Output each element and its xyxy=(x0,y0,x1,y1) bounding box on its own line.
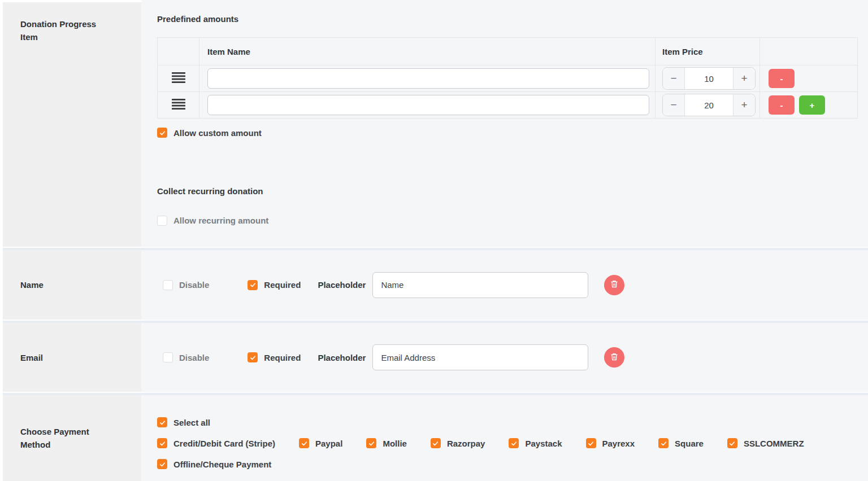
checkbox-checked-icon[interactable] xyxy=(248,352,258,362)
checkbox-checked-icon[interactable] xyxy=(431,438,441,448)
predefined-amounts-title: Predefined amounts xyxy=(157,15,868,24)
checkbox-label: Credit/Debit Card (Stripe) xyxy=(173,439,275,448)
payment-method-sslcommerz[interactable]: SSLCOMMERZ xyxy=(727,438,804,448)
cell-item-name xyxy=(199,92,656,118)
section-main: Select all Credit/Debit Card (Stripe) Pa… xyxy=(141,395,868,481)
offline-payment-row: Offline/Cheque Payment xyxy=(157,459,868,469)
checkbox-label: Disable xyxy=(179,353,209,362)
drag-handle-icon[interactable] xyxy=(172,99,185,112)
checkbox-checked-icon[interactable] xyxy=(658,438,669,448)
disable-checkbox[interactable]: Disable xyxy=(163,280,209,290)
checkbox-checked-icon[interactable] xyxy=(157,459,167,469)
checkbox-checked-icon[interactable] xyxy=(248,280,258,290)
header-cell-actions xyxy=(760,38,857,65)
cell-actions: - xyxy=(760,65,857,91)
sidebar-cell: Donation Progress Item xyxy=(3,0,141,247)
checkbox-label: Allow recurring amount xyxy=(173,216,268,225)
required-checkbox[interactable]: Required xyxy=(248,352,301,362)
select-all-checkbox[interactable]: Select all xyxy=(157,417,210,427)
payment-method-razorpay[interactable]: Razorpay xyxy=(431,438,485,448)
decrease-price-button[interactable]: − xyxy=(663,94,685,116)
placeholder-label: Placeholder xyxy=(318,353,366,362)
name-placeholder-input[interactable] xyxy=(372,272,588,298)
section-main: Disable Required Placeholder xyxy=(141,250,868,320)
checkbox-label: Paypal xyxy=(315,439,342,448)
payment-methods-row: Credit/Debit Card (Stripe) Paypal Mollie xyxy=(157,438,868,448)
payment-method-offline-cheque[interactable]: Offline/Cheque Payment xyxy=(157,459,271,469)
payment-method-payrexx[interactable]: Payrexx xyxy=(586,438,635,448)
checkbox-checked-icon[interactable] xyxy=(509,438,519,448)
checkbox-label: Paystack xyxy=(525,439,562,448)
checkbox-label: Razorpay xyxy=(447,439,485,448)
checkbox-checked-icon[interactable] xyxy=(157,438,167,448)
cell-item-price: − + xyxy=(656,65,760,91)
increase-price-button[interactable]: + xyxy=(733,68,755,89)
table-row: − + - xyxy=(158,65,857,91)
remove-row-button[interactable]: - xyxy=(769,95,795,115)
cell-drag xyxy=(158,92,199,118)
decrease-price-button[interactable]: − xyxy=(663,68,685,89)
allow-custom-amount-checkbox[interactable]: Allow custom amount xyxy=(157,128,262,138)
table-row: − + - + xyxy=(158,91,857,118)
remove-row-button[interactable]: - xyxy=(769,69,795,88)
checkbox-label: Select all xyxy=(173,418,210,427)
field-label-choose-payment-method: Choose Payment Method xyxy=(20,425,115,451)
header-cell-drag xyxy=(158,38,199,65)
add-row-button[interactable]: + xyxy=(799,95,825,115)
cell-item-name xyxy=(199,65,656,91)
placeholder-label: Placeholder xyxy=(318,280,366,290)
checkbox-label: Square xyxy=(675,439,704,448)
delete-field-button[interactable] xyxy=(604,275,624,295)
item-name-input[interactable] xyxy=(207,95,649,115)
item-name-input[interactable] xyxy=(207,68,649,89)
item-price-input[interactable] xyxy=(685,94,733,116)
field-label-email: Email xyxy=(20,351,43,364)
trash-icon xyxy=(610,352,619,363)
table-header-row: Item Name Item Price xyxy=(158,38,857,65)
checkbox-checked-icon[interactable] xyxy=(299,438,309,448)
checkbox-checked-icon[interactable] xyxy=(157,128,167,138)
allow-recurring-amount-checkbox[interactable]: Allow recurring amount xyxy=(157,216,268,226)
checkbox-checked-icon[interactable] xyxy=(366,438,376,448)
required-checkbox[interactable]: Required xyxy=(248,280,301,290)
cell-drag xyxy=(158,65,199,91)
section-donation-progress-item: Donation Progress Item Predefined amount… xyxy=(3,0,868,247)
payment-method-stripe[interactable]: Credit/Debit Card (Stripe) xyxy=(157,438,275,448)
checkbox-label: SSLCOMMERZ xyxy=(744,439,804,448)
section-name-field: Name Disable Required Placeholder xyxy=(3,250,868,320)
checkbox-unchecked-icon[interactable] xyxy=(157,216,167,226)
payment-method-mollie[interactable]: Mollie xyxy=(366,438,407,448)
item-price-stepper: − + xyxy=(662,67,756,90)
checkbox-checked-icon[interactable] xyxy=(586,438,596,448)
payment-method-paystack[interactable]: Paystack xyxy=(509,438,562,448)
sidebar-cell: Name xyxy=(3,250,141,320)
item-price-input[interactable] xyxy=(685,68,733,89)
field-label-donation-progress-item: Donation Progress Item xyxy=(20,18,115,43)
payment-method-square[interactable]: Square xyxy=(658,438,704,448)
checkbox-label: Mollie xyxy=(383,439,407,448)
trash-icon xyxy=(610,279,619,290)
drag-handle-icon[interactable] xyxy=(172,72,185,85)
checkbox-label: Offline/Cheque Payment xyxy=(173,460,271,469)
header-cell-item-name: Item Name xyxy=(199,38,656,65)
form-settings-page: Donation Progress Item Predefined amount… xyxy=(3,0,868,481)
sidebar-cell: Choose Payment Method xyxy=(3,395,141,481)
item-price-stepper: − + xyxy=(662,94,756,116)
disable-checkbox[interactable]: Disable xyxy=(163,352,209,362)
checkbox-unchecked-icon[interactable] xyxy=(163,280,173,290)
email-placeholder-input[interactable] xyxy=(372,344,588,370)
checkbox-label: Allow custom amount xyxy=(173,128,262,138)
checkbox-label: Disable xyxy=(179,280,209,290)
checkbox-checked-icon[interactable] xyxy=(157,417,167,427)
section-email-field: Email Disable Required Placeholder xyxy=(3,323,868,392)
section-main: Disable Required Placeholder xyxy=(141,323,868,392)
checkbox-unchecked-icon[interactable] xyxy=(163,352,173,362)
increase-price-button[interactable]: + xyxy=(733,94,755,116)
cell-item-price: − + xyxy=(656,92,760,118)
collect-recurring-donation-title: Collect recurring donation xyxy=(157,187,868,196)
predefined-amounts-table: Item Name Item Price xyxy=(157,37,858,119)
checkbox-label: Payrexx xyxy=(602,439,635,448)
payment-method-paypal[interactable]: Paypal xyxy=(299,438,342,448)
delete-field-button[interactable] xyxy=(604,347,624,368)
checkbox-checked-icon[interactable] xyxy=(727,438,737,448)
